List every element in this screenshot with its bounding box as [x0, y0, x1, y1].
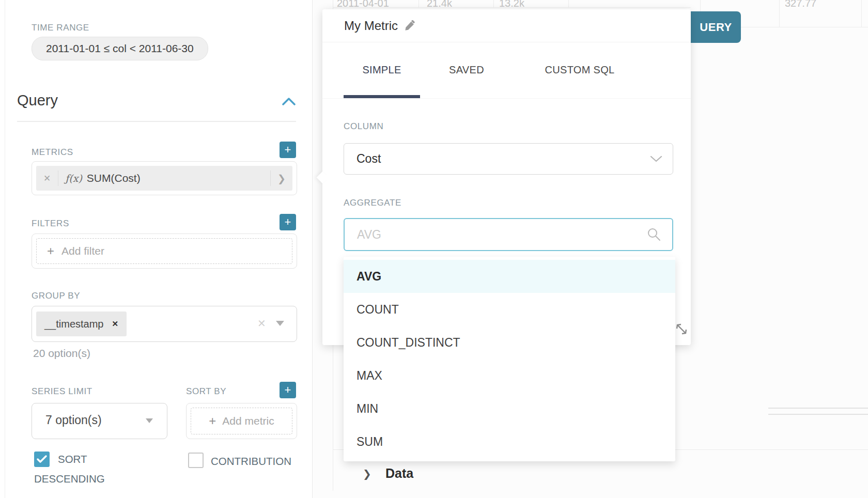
panel-left-border — [5, 0, 5, 498]
add-filter-label: Add filter — [61, 245, 104, 257]
active-tab-underline — [344, 95, 420, 98]
fx-icon: ƒ(x) — [65, 173, 82, 184]
add-metric-label: Add metric — [222, 415, 274, 427]
run-query-label: UERY — [700, 21, 732, 34]
group-by-label: GROUP BY — [32, 291, 80, 301]
clear-select-icon[interactable]: ✕ — [257, 317, 266, 330]
table-cell-value: 13.2k — [499, 0, 524, 9]
run-query-button[interactable]: UERY — [691, 11, 741, 43]
data-panel-title[interactable]: Data — [385, 466, 413, 481]
chart-divider-line — [768, 414, 868, 415]
sort-descending-label-line1: SORT — [58, 453, 87, 465]
edit-pencil-icon[interactable] — [404, 20, 415, 32]
checkmark-icon — [36, 455, 48, 464]
plus-icon: + — [47, 245, 54, 257]
caret-down-icon[interactable] — [276, 321, 284, 326]
chevron-down-icon — [650, 155, 662, 163]
add-filter-button[interactable]: + Add filter — [36, 238, 292, 264]
aggregate-option-min[interactable]: MIN — [344, 392, 675, 425]
contribution-label: CONTRIBUTION — [211, 455, 291, 468]
tab-custom-sql[interactable]: CUSTOM SQL — [513, 64, 646, 76]
chevron-up-icon[interactable] — [282, 97, 296, 106]
group-by-select[interactable]: __timestamp ✕ ✕ — [32, 306, 297, 342]
group-by-options-hint: 20 option(s) — [33, 347, 90, 360]
table-cell-date: 2011-04-01 — [337, 0, 389, 9]
table-column-border — [419, 0, 419, 8]
add-sort-metric-button[interactable]: + Add metric — [191, 408, 292, 434]
chart-divider-line — [768, 408, 868, 409]
time-range-value: 2011-01-01 ≤ col < 2011-06-30 — [46, 42, 194, 55]
tab-simple[interactable]: SIMPLE — [344, 64, 420, 76]
aggregate-option-sum[interactable]: SUM — [344, 425, 675, 458]
panel-divider[interactable] — [312, 0, 313, 498]
contribution-checkbox[interactable] — [188, 453, 204, 468]
table-column-border — [861, 0, 862, 27]
query-section-title: Query — [17, 92, 58, 109]
caret-down-icon — [146, 418, 153, 423]
metrics-label: METRICS — [32, 147, 73, 158]
series-limit-select[interactable]: 7 option(s) — [32, 403, 167, 439]
sort-descending-checkbox[interactable] — [34, 452, 50, 467]
resize-diagonal-icon[interactable] — [675, 322, 688, 336]
table-column-border — [779, 0, 780, 27]
metric-expression: SUM(Cost) — [87, 172, 141, 184]
aggregate-option-avg[interactable]: AVG — [344, 260, 675, 293]
metrics-container: ✕ ƒ(x) SUM(Cost) ❯ — [32, 161, 297, 195]
search-icon — [646, 227, 662, 242]
add-sort-metric-plus-button[interactable]: + — [280, 382, 296, 398]
group-by-tag-label: __timestamp — [44, 318, 104, 330]
filters-label: FILTERS — [32, 219, 69, 229]
aggregate-search-input[interactable]: AVG — [344, 218, 673, 251]
pill-separator — [270, 170, 271, 186]
sort-descending-label-line2: DESCENDING — [34, 473, 105, 485]
column-select-value: Cost — [357, 152, 381, 166]
column-select[interactable]: Cost — [344, 143, 673, 175]
table-cell-value: 21.4k — [427, 0, 452, 9]
table-column-border — [568, 0, 569, 8]
column-label: COLUMN — [344, 121, 383, 132]
table-column-border — [493, 0, 494, 8]
tab-saved[interactable]: SAVED — [420, 64, 513, 76]
popover-tabs: SIMPLE SAVED CUSTOM SQL — [344, 64, 646, 76]
popover-title: My Metric — [344, 19, 398, 33]
section-divider — [17, 121, 296, 122]
chevron-right-icon[interactable]: ❯ — [363, 468, 371, 480]
filters-container: + Add filter — [32, 234, 297, 269]
add-metric-plus-button[interactable]: + — [280, 142, 296, 158]
aggregate-option-count-distinct[interactable]: COUNT_DISTINCT — [344, 326, 675, 359]
series-limit-value: 7 option(s) — [45, 413, 102, 427]
remove-tag-icon[interactable]: ✕ — [112, 319, 119, 329]
aggregate-label: AGGREGATE — [344, 198, 401, 208]
group-by-tag[interactable]: __timestamp ✕ — [36, 312, 127, 336]
aggregate-option-count[interactable]: COUNT — [344, 293, 675, 326]
metric-pill[interactable]: ✕ ƒ(x) SUM(Cost) ❯ — [36, 166, 292, 191]
pill-separator — [58, 170, 58, 186]
time-range-pill[interactable]: 2011-01-01 ≤ col < 2011-06-30 — [32, 37, 208, 60]
add-filter-plus-button[interactable]: + — [280, 214, 296, 230]
table-cell-value: 327.77 — [785, 0, 816, 9]
remove-metric-icon[interactable]: ✕ — [43, 173, 51, 184]
series-limit-label: SERIES LIMIT — [32, 386, 92, 397]
sort-by-container: + Add metric — [186, 403, 297, 439]
chevron-right-icon[interactable]: ❯ — [277, 173, 286, 184]
aggregate-placeholder: AVG — [357, 228, 381, 242]
aggregate-dropdown: AVG COUNT COUNT_DISTINCT MAX MIN SUM — [344, 257, 675, 461]
aggregate-option-max[interactable]: MAX — [344, 359, 675, 392]
plus-icon: + — [209, 415, 216, 427]
tabs-bottom-border — [322, 98, 691, 99]
sort-by-label: SORT BY — [186, 386, 226, 397]
popover-header-divider — [322, 42, 691, 42]
time-range-label: TIME RANGE — [32, 23, 89, 33]
